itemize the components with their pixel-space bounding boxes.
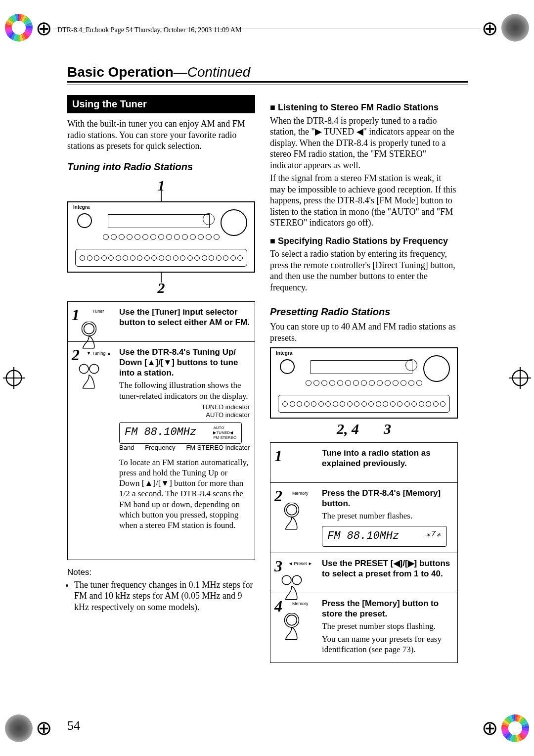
small-button-icon-2	[405, 359, 417, 371]
inset-row-icon-2	[278, 395, 450, 413]
preset-intro: You can store up to 40 AM and FM radio s…	[270, 321, 458, 343]
page-number: 54	[67, 718, 80, 733]
left-column: Using the Tuner With the built-in tuner …	[67, 95, 255, 663]
small-button-icon	[203, 213, 215, 225]
up-triangle-icon-2: ▲	[144, 478, 153, 488]
subhead-tuning: Tuning into Radio Stations	[67, 161, 255, 173]
listen-paragraph-1: When the DTR-8.4 is properly tuned to a …	[270, 115, 458, 171]
subhead-preset: Presetting Radio Stations	[270, 306, 458, 318]
display-panel-icon-2	[311, 360, 412, 374]
preset-step-2: 2 Memory Press the DTR-8.4's [Memory] bu…	[270, 483, 457, 553]
header-meta: DTR-8.4_En.book Page 54 Thursday, Octobe…	[57, 26, 241, 34]
preset-step-4-lead: Press the [Memory] button to store the p…	[322, 599, 439, 618]
callout-24: 2, 4	[337, 420, 359, 438]
receiver-illustration-1: Integra	[67, 201, 255, 273]
svg-point-0	[6, 371, 22, 386]
power-knob-icon-2	[280, 359, 295, 374]
preset-callouts: 2, 4 3	[270, 420, 458, 438]
side-cross-left-icon	[3, 367, 25, 391]
display-labels: Band Frequency FM STEREO indicator	[119, 444, 250, 452]
svg-point-3	[513, 371, 528, 386]
listen-paragraph-2: If the signal from a stereo FM station i…	[270, 173, 458, 229]
hand-press-icon-2	[74, 362, 104, 395]
auto-indicator-label: AUTO indicator	[119, 411, 250, 419]
preset-steps-table: 1 Tune into a radio station as explained…	[270, 442, 458, 663]
svg-point-13	[292, 575, 302, 585]
right-triangle-icon-2: ▶	[408, 559, 414, 568]
inset-row-icon	[75, 249, 247, 267]
callout-2-line-icon: │	[67, 274, 255, 279]
hand-press-icon-5	[276, 613, 307, 647]
step-1-lead: Use the [Tuner] input selector button to…	[119, 307, 250, 327]
freq-label: Frequency	[145, 444, 175, 452]
heading-continued: —Continued	[174, 64, 251, 80]
button-row-icon	[103, 234, 220, 241]
content-area: Basic Operation—Continued Using the Tune…	[67, 64, 468, 688]
page-sheet: ⊕ ⊕ ⊕ ⊕ DTR-8.4_En.book Page 54 Thursday…	[0, 0, 534, 756]
down-triangle-icon: ▼	[164, 358, 172, 367]
up-triangle-icon: ▲	[147, 358, 156, 367]
svg-point-9	[89, 364, 99, 374]
preset-step-4-after1: The preset number stops flashing.	[322, 621, 452, 631]
radial-tr-icon	[501, 14, 529, 42]
step-2-tail: To locate an FM station automatically, p…	[119, 457, 250, 531]
receiver-brand: Integra	[73, 204, 89, 211]
preset-step-2-after: The preset number flashes.	[322, 511, 452, 521]
crop-cross-tr-icon: ⊕	[482, 17, 498, 40]
button-row-icon-2	[306, 380, 422, 387]
preset-display: FM 88.10MHz ⁎7⁎	[322, 526, 447, 547]
receiver-brand-2: Integra	[276, 350, 292, 357]
memory-btn-label-2: Memory	[292, 601, 309, 607]
svg-point-8	[79, 364, 89, 374]
volume-knob-icon-2	[423, 355, 450, 382]
callout-3: 3	[384, 420, 391, 438]
receiver-illustration-2: Integra	[270, 347, 458, 419]
band-label: Band	[119, 444, 134, 452]
preset-step-3: 3 ◄ Preset ► Use the PRESET [◀]/[▶] butt…	[270, 553, 457, 593]
callout-2: 2	[67, 279, 255, 297]
subhead-listen: ■ Listening to Stereo FM Radio Stations	[270, 102, 458, 113]
down-triangle-icon-2: ▼	[161, 478, 169, 488]
tuner-intro: With the built-in tuner you can enjoy AM…	[67, 118, 255, 152]
specify-paragraph: To select a radio station by entering it…	[270, 248, 458, 293]
radial-bl-icon	[5, 714, 33, 742]
tuner-btn-label: Tuner	[92, 309, 104, 314]
left-triangle-icon: ◀	[356, 127, 363, 137]
svg-point-14	[287, 615, 297, 625]
power-knob-icon	[77, 213, 92, 228]
crop-cross-br-icon: ⊕	[482, 716, 498, 739]
volume-knob-icon	[221, 209, 247, 236]
callout-1-line-icon: │	[67, 194, 255, 197]
heading-main: Basic Operation	[67, 64, 174, 80]
notes-list: The tuner frequency changes in 0.1 MHz s…	[74, 579, 255, 613]
tuning-steps-table: 1 Tuner Use the [Tuner] input selector b…	[67, 301, 255, 560]
heading-rule	[67, 81, 468, 85]
crop-cross-tl-icon: ⊕	[36, 17, 52, 40]
notes-item: The tuner frequency changes in 0.1 MHz s…	[74, 579, 255, 613]
step-row-2: 2 ▼ Tuning ▲ Use the DTR-8.4's Tuning Up…	[68, 342, 255, 560]
display-text: FM 88.10MHz	[125, 426, 196, 438]
preset-step-2-lead: Press the DTR-8.4's [Memory] button.	[322, 488, 441, 508]
preset-step-4-after2: You can name your presets for easy ident…	[322, 634, 452, 655]
svg-point-10	[287, 505, 297, 515]
crop-cross-bl-icon: ⊕	[36, 716, 52, 739]
memory-btn-label: Memory	[292, 491, 309, 496]
right-column: ■ Listening to Stereo FM Radio Stations …	[270, 95, 458, 663]
preset-step-1-number: 1	[270, 443, 320, 466]
preset-display-text: FM 88.10MHz	[327, 530, 399, 542]
svg-point-12	[282, 575, 291, 585]
display-panel-icon	[108, 214, 210, 228]
colorwheel-br-icon	[501, 714, 529, 742]
notes-heading: Notes:	[67, 567, 255, 577]
preset-step-4: 4 Memory Press the [Memory] button to st…	[270, 593, 457, 662]
right-triangle-icon: ▶	[315, 127, 322, 137]
preset-step-1-lead: Tune into a radio station as explained p…	[322, 448, 431, 468]
preset-flash-icon: ⁎7⁎	[426, 529, 442, 539]
colorwheel-tl-icon	[5, 14, 33, 42]
page-heading: Basic Operation—Continued	[67, 64, 468, 80]
left-triangle-icon-2: ◀	[394, 559, 400, 568]
preset-btn-label: ◄ Preset ►	[288, 561, 312, 567]
section-title-tuner: Using the Tuner	[67, 95, 255, 113]
fmstereo-label: FM STEREO indicator	[186, 444, 250, 452]
preset-step-3-lead: Use the PRESET [◀]/[▶] buttons to select…	[322, 559, 450, 578]
